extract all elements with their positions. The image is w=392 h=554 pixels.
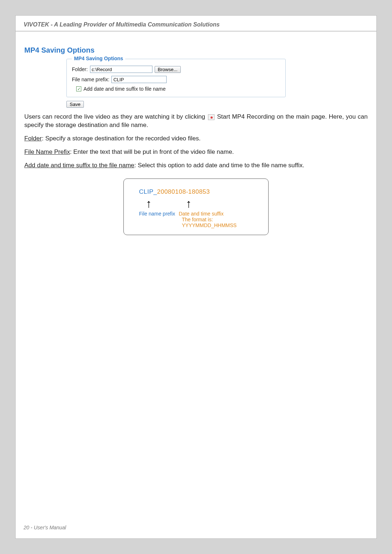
intro-paragraph: Users can record the live video as they … bbox=[24, 113, 368, 130]
diagram-label-prefix: File name prefix bbox=[139, 211, 175, 217]
example-filename: CLIP_20080108-180853 bbox=[139, 188, 261, 196]
diagram-arrows: ↑ ↑ bbox=[139, 198, 261, 209]
intro-text-before: Users can record the live video as they … bbox=[24, 113, 207, 120]
diagram-labels: File name prefix Date and time suffix Th… bbox=[139, 211, 261, 228]
suffix-checkbox-label: Add date and time suffix to file name bbox=[83, 86, 166, 92]
fieldset-legend: MP4 Saving Options bbox=[72, 56, 125, 61]
suffix-paragraph: Add date and time suffix to the file nam… bbox=[24, 161, 368, 170]
example-suffix: 20080108-180853 bbox=[157, 188, 210, 195]
folder-term: Folder bbox=[24, 135, 42, 142]
section-title: MP4 Saving Options bbox=[24, 46, 368, 54]
prefix-row: File name prefix: bbox=[72, 76, 280, 83]
prefix-paragraph: File Name Prefix: Enter the text that wi… bbox=[24, 148, 368, 156]
example-prefix: CLIP_ bbox=[139, 188, 157, 195]
page-header: VIVOTEK - A Leading Provider of Multimed… bbox=[16, 16, 376, 31]
suffix-desc: : Select this option to add date and tim… bbox=[134, 162, 304, 169]
prefix-term: File Name Prefix bbox=[24, 148, 70, 155]
suffix-checkbox[interactable]: ✓ bbox=[76, 86, 81, 91]
suffix-term: Add date and time suffix to the file nam… bbox=[24, 162, 134, 169]
folder-desc: : Specify a storage destination for the … bbox=[42, 135, 201, 142]
folder-row: Folder: Browse... bbox=[72, 66, 280, 73]
page-content: MP4 Saving Options MP4 Saving Options Fo… bbox=[16, 32, 376, 235]
record-icon bbox=[208, 114, 215, 120]
options-fieldset: MP4 Saving Options Folder: Browse... Fil… bbox=[66, 59, 286, 97]
arrow-up-icon: ↑ bbox=[146, 198, 152, 209]
save-button[interactable]: Save bbox=[66, 101, 84, 108]
folder-paragraph: Folder: Specify a storage destination fo… bbox=[24, 135, 368, 143]
prefix-desc: : Enter the text that will be put in fro… bbox=[70, 148, 234, 155]
header-title: VIVOTEK - A Leading Provider of Multimed… bbox=[24, 21, 368, 28]
manual-page: VIVOTEK - A Leading Provider of Multimed… bbox=[15, 15, 377, 539]
options-fieldset-wrap: MP4 Saving Options Folder: Browse... Fil… bbox=[66, 59, 286, 97]
suffix-checkbox-row: ✓ Add date and time suffix to file name bbox=[76, 86, 280, 92]
folder-input[interactable] bbox=[90, 66, 152, 73]
diagram-format: The format is: YYYYMMDD_HHMMSS bbox=[182, 217, 261, 228]
browse-button[interactable]: Browse... bbox=[155, 66, 181, 73]
prefix-input[interactable] bbox=[111, 76, 167, 83]
folder-label: Folder: bbox=[72, 66, 88, 72]
filename-diagram: CLIP_20080108-180853 ↑ ↑ File name prefi… bbox=[123, 178, 269, 235]
prefix-label: File name prefix: bbox=[72, 77, 109, 82]
page-footer: 20 - User's Manual bbox=[24, 525, 66, 530]
save-button-wrap: Save bbox=[66, 101, 368, 108]
diagram-label-suffix: Date and time suffix bbox=[179, 211, 223, 217]
arrow-up-icon: ↑ bbox=[185, 198, 192, 209]
